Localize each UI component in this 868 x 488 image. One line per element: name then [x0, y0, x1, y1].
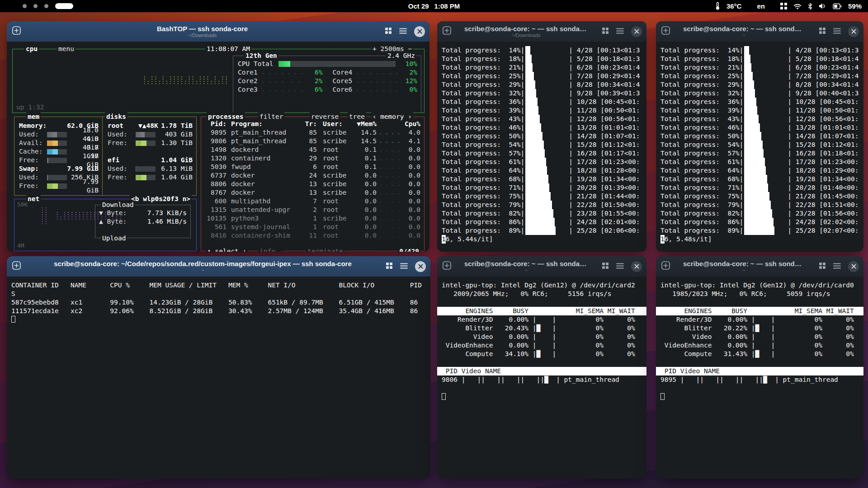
titlebar[interactable]: scribe@sonda-core: ~ — ssh sonda-c... ~/… — [437, 21, 646, 42]
progress-text: Total progress: 71%| — [442, 183, 524, 192]
tab-overview-icon[interactable] — [819, 262, 826, 271]
reverse-button[interactable]: reverse — [310, 113, 340, 121]
process-row[interactable]: 1498dockerd45root0.1. . . .0.0 — [201, 145, 424, 154]
net-interface-label[interactable]: <b wlp0s20f3 n> — [130, 195, 192, 203]
close-icon[interactable] — [631, 261, 642, 272]
terminal-body[interactable]: Total progress: 14%|| 4/28 [00:13<01:3To… — [437, 42, 646, 252]
new-tab-icon[interactable] — [660, 260, 671, 272]
process-row[interactable]: 10135python31scribe0.0. . . .0.0 — [201, 214, 424, 223]
workspace-active-pill[interactable] — [55, 3, 73, 9]
tab-overview-icon[interactable] — [602, 262, 609, 271]
core-graph: . . . . . . . . . — [261, 68, 303, 77]
menu-icon[interactable] — [616, 28, 624, 36]
menu-icon[interactable] — [400, 263, 408, 271]
progress-right: | 6/28 [00:23<01:4 — [788, 63, 859, 72]
tab-overview-icon[interactable] — [819, 27, 826, 36]
cpu-panel-label[interactable]: cpu — [24, 45, 39, 53]
close-icon[interactable] — [848, 261, 859, 272]
close-icon[interactable] — [848, 26, 859, 37]
disks-panel-label[interactable]: disks — [105, 113, 127, 121]
bluetooth-icon[interactable] — [808, 3, 812, 10]
new-tab-icon[interactable] — [442, 260, 452, 272]
process-row[interactable]: 8416containerd-shim11root0.0. . . .0.0 — [201, 231, 424, 240]
meter-bar-fill — [47, 175, 48, 180]
process-program: containerd-shim — [226, 231, 300, 240]
process-threads: 6 — [300, 163, 317, 171]
menu-icon[interactable] — [833, 28, 841, 36]
volume-icon[interactable] — [819, 3, 826, 9]
mem-panel-label[interactable]: mem — [26, 113, 41, 121]
terminate-control[interactable]: terminate — [306, 247, 344, 252]
clock[interactable]: Oct 29 1:08 PM — [408, 2, 460, 10]
process-row[interactable]: 8767docker13scribe0.0. . . .0.0 — [201, 188, 424, 197]
core-percent: 6% — [303, 85, 323, 94]
progress-text: Total progress: 89%| — [442, 226, 524, 235]
progress-text: Total progress: 25%| — [442, 72, 524, 80]
keyboard-layout-label[interactable]: en — [757, 2, 765, 10]
process-row[interactable]: 600multipathd7root0.0. . . .0.0 — [201, 197, 424, 206]
thermometer-icon — [715, 2, 720, 10]
menu-icon[interactable] — [833, 263, 841, 271]
process-row[interactable]: 8806docker13scribe0.0. . . .0.0 — [201, 180, 424, 188]
bashtop-screen[interactable]: cpu menu 11:08:07 AM + 2500ms − : :: : :… — [7, 42, 429, 252]
new-tab-icon[interactable] — [442, 25, 452, 38]
select-control[interactable]: ↑ select ↓ — [206, 247, 248, 252]
workspace-dot[interactable] — [23, 4, 27, 8]
poll-increase[interactable]: + — [373, 45, 377, 52]
process-row[interactable]: 1320containerd29root0.1. . . .0.0 — [201, 154, 424, 163]
process-pid: 6737 — [201, 171, 226, 180]
cursor: 1 — [660, 235, 665, 244]
new-tab-icon[interactable] — [660, 25, 671, 38]
process-header-row: Pid:Program:Tr:User:▼Mem%Cpu% — [201, 120, 424, 128]
processes-panel-label[interactable]: processes — [207, 113, 245, 121]
meter-bar-fill — [47, 132, 57, 137]
titlebar[interactable]: scribe@sonda-core: ~/Code/repos/sonda.re… — [7, 256, 430, 277]
terminal-body[interactable]: intel-gpu-top: Intel Dg2 (Gen12) @ /dev/… — [437, 277, 646, 479]
process-row[interactable]: 5030fwupd6root0.1. . . .0.0 — [201, 163, 424, 171]
titlebar[interactable]: BashTOP — ssh sonda-core ~/Downloads — [7, 21, 429, 42]
tab-overview-icon[interactable] — [602, 27, 609, 36]
menu-icon[interactable] — [616, 263, 624, 271]
meter-row: Free:1.97 GiB — [19, 156, 99, 164]
progress-bar-track — [743, 166, 788, 175]
close-icon[interactable] — [415, 261, 426, 272]
menu-icon[interactable] — [399, 28, 407, 36]
tab-overview-icon[interactable] — [386, 262, 393, 271]
tab-overview-icon[interactable] — [385, 27, 392, 36]
close-icon[interactable] — [414, 26, 425, 37]
process-row[interactable]: 9806pt_main_thread85scribe14.5. . . .4.1 — [201, 137, 424, 145]
terminal-body[interactable]: intel-gpu-top: Intel Dg2 (Gen12) @ /dev/… — [656, 277, 863, 479]
workspace-dot[interactable] — [44, 4, 48, 8]
new-tab-icon[interactable] — [11, 260, 22, 272]
filter-button[interactable]: filter — [258, 113, 284, 121]
terminal-body[interactable]: CONTAINER ID NAME CPU % MEM USAGE / LIMI… — [7, 277, 430, 479]
close-icon[interactable] — [631, 26, 642, 37]
progress-bar-fill — [744, 72, 753, 80]
process-row[interactable]: 9895pt_main_thread85scribe14.5. . . .4.0 — [201, 128, 424, 137]
terminal-body[interactable]: Total progress: 14%|| 4/28 [00:13<01:3To… — [656, 42, 863, 252]
titlebar[interactable]: scribe@sonda-core: ~ — ssh sonda-c... ~ — [656, 256, 863, 277]
net-panel-label[interactable]: net — [26, 195, 41, 203]
battery-icon[interactable] — [833, 3, 842, 9]
progress-bar-track — [743, 149, 788, 158]
titlebar[interactable]: scribe@sonda-core: ~ — ssh sonda-c... ~ — [437, 256, 646, 277]
process-list[interactable]: Pid:Program:Tr:User:▼Mem%Cpu%9895pt_main… — [201, 117, 424, 240]
process-program: containerd — [226, 154, 300, 163]
new-tab-icon[interactable] — [11, 25, 22, 38]
wifi-icon[interactable] — [793, 3, 802, 9]
meter-bar — [136, 175, 156, 180]
app-grid-icon[interactable] — [780, 3, 787, 9]
workspace-indicator[interactable] — [23, 3, 73, 9]
system-tray[interactable]: 36°C en 59% — [715, 2, 862, 10]
info-control[interactable]: info ↵ — [258, 247, 284, 252]
sort-selector[interactable]: ‹ memory › — [371, 113, 413, 121]
process-row[interactable]: 6737docker24scribe0.0. . . .0.0 — [201, 171, 424, 180]
process-row[interactable]: 561systemd-journal1root0.0. . . .0.0 — [201, 223, 424, 231]
menu-button[interactable]: menu — [57, 45, 75, 53]
workspace-dot[interactable] — [33, 4, 38, 8]
titlebar[interactable]: scribe@sonda-core: ~ — ssh sonda-c... ~ — [656, 21, 863, 42]
tree-button[interactable]: tree — [348, 113, 366, 121]
progress-right: | 19/28 [01:34<00: — [788, 175, 859, 183]
clock-date: Oct 29 — [408, 2, 429, 10]
process-row[interactable]: 1315unattended-upgr2root0.0. . . .0.0 — [201, 206, 424, 214]
